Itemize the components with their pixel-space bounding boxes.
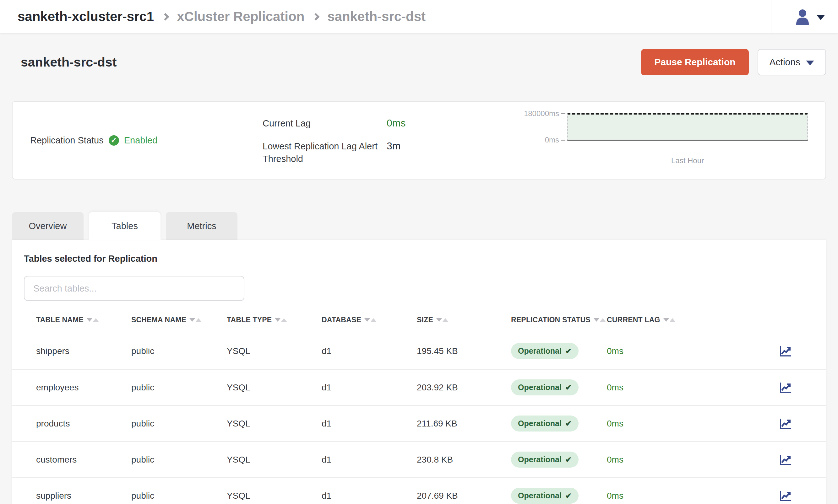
page-header: sanketh-src-dst Pause Replication Action… bbox=[12, 49, 826, 75]
replication-status: Replication Status Enabled bbox=[30, 135, 263, 146]
cell-table-type: YSQL bbox=[227, 455, 321, 465]
cell-size: 211.69 KB bbox=[417, 419, 511, 429]
sort-icon bbox=[436, 318, 448, 322]
lag-chart-plot-area bbox=[567, 113, 808, 141]
lag-graph-icon[interactable] bbox=[780, 454, 792, 465]
table-row[interactable]: products public YSQL d1 211.69 KB Operat… bbox=[12, 405, 826, 441]
cell-size: 203.92 KB bbox=[417, 382, 511, 393]
lag-chart-x-label: Last Hour bbox=[517, 156, 808, 165]
replication-status-label: Replication Status bbox=[30, 135, 104, 146]
column-label: REPLICATION STATUS bbox=[511, 316, 591, 324]
cell-table-type: YSQL bbox=[227, 382, 321, 393]
lag-graph-icon[interactable] bbox=[780, 345, 792, 357]
replication-status-value: Enabled bbox=[124, 135, 157, 146]
tab-tables[interactable]: Tables bbox=[89, 212, 160, 240]
lag-graph-icon[interactable] bbox=[780, 418, 792, 429]
cell-database: d1 bbox=[321, 491, 417, 501]
lag-threshold-value: 3m bbox=[387, 140, 517, 152]
cell-schema-name: public bbox=[131, 382, 227, 393]
column-header-size[interactable]: SIZE bbox=[417, 316, 511, 324]
lag-chart: 180000ms 0ms Last Hour bbox=[517, 113, 808, 165]
column-label: SCHEMA NAME bbox=[131, 316, 186, 324]
cell-current-lag: 0ms bbox=[607, 419, 711, 429]
tables-panel: Tables selected for Replication TABLE NA… bbox=[12, 240, 826, 504]
lag-graph-icon[interactable] bbox=[780, 382, 792, 393]
chevron-right-icon bbox=[162, 13, 169, 20]
cell-current-lag: 0ms bbox=[607, 491, 711, 501]
column-label: TABLE TYPE bbox=[227, 316, 272, 324]
cell-database: d1 bbox=[321, 419, 417, 429]
table-row[interactable]: customers public YSQL d1 230.8 KB Operat… bbox=[12, 441, 826, 477]
column-header-replication-status[interactable]: REPLICATION STATUS bbox=[511, 316, 607, 324]
cell-current-lag: 0ms bbox=[607, 455, 711, 465]
status-badge: Operational bbox=[511, 343, 579, 359]
cell-table-name: customers bbox=[36, 455, 131, 465]
column-header-table-type[interactable]: TABLE TYPE bbox=[227, 316, 321, 324]
lag-threshold-label: Lowest Replication Lag Alert Threshold bbox=[263, 140, 379, 165]
current-lag-label: Current Lag bbox=[263, 118, 387, 130]
tab-overview[interactable]: Overview bbox=[12, 212, 84, 240]
cell-table-type: YSQL bbox=[227, 346, 321, 356]
search-tables-input[interactable] bbox=[24, 276, 244, 301]
column-label: SIZE bbox=[417, 316, 433, 324]
user-menu[interactable] bbox=[771, 0, 825, 33]
status-badge: Operational bbox=[511, 415, 579, 432]
cell-table-type: YSQL bbox=[227, 419, 321, 429]
lag-graph-icon[interactable] bbox=[780, 490, 792, 502]
current-lag-value: 0ms bbox=[387, 118, 517, 129]
sort-icon bbox=[87, 318, 99, 322]
sort-icon bbox=[594, 318, 606, 322]
breadcrumb: sanketh-xcluster-src1 xCluster Replicati… bbox=[18, 9, 425, 24]
table-row[interactable]: suppliers public YSQL d1 207.69 KB Opera… bbox=[12, 477, 826, 504]
cell-schema-name: public bbox=[131, 346, 227, 356]
column-header-table-name[interactable]: TABLE NAME bbox=[36, 316, 131, 324]
column-label: TABLE NAME bbox=[36, 316, 84, 324]
breadcrumb-xcluster[interactable]: xCluster Replication bbox=[177, 9, 304, 24]
cell-current-lag: 0ms bbox=[607, 346, 711, 356]
status-badge: Operational bbox=[511, 379, 579, 395]
y-axis-min-label: 0ms bbox=[545, 136, 565, 144]
sort-icon bbox=[189, 318, 201, 322]
chevron-down-icon bbox=[817, 15, 825, 20]
cell-table-name: shippers bbox=[36, 346, 131, 356]
breadcrumb-replication: sanketh-src-dst bbox=[327, 9, 425, 24]
cell-size: 207.69 KB bbox=[417, 491, 511, 501]
cell-size: 230.8 KB bbox=[417, 455, 511, 465]
actions-button[interactable]: Actions bbox=[757, 49, 826, 75]
column-label: DATABASE bbox=[321, 316, 361, 324]
top-navbar: sanketh-xcluster-src1 xCluster Replicati… bbox=[0, 0, 838, 33]
table-row[interactable]: employees public YSQL d1 203.92 KB Opera… bbox=[12, 369, 826, 405]
pause-replication-button[interactable]: Pause Replication bbox=[641, 49, 749, 75]
page-body: sanketh-src-dst Pause Replication Action… bbox=[0, 49, 838, 504]
cell-schema-name: public bbox=[131, 491, 227, 501]
actions-button-label: Actions bbox=[770, 57, 800, 68]
y-axis-max-label: 180000ms bbox=[524, 109, 565, 118]
replication-status-card: Replication Status Enabled Current Lag 0… bbox=[12, 101, 826, 180]
sort-icon bbox=[364, 318, 376, 322]
cell-database: d1 bbox=[321, 455, 417, 465]
lag-chart-y-axis: 180000ms 0ms bbox=[517, 109, 567, 144]
table-header-row: TABLE NAME SCHEMA NAME TABLE TYPE DATABA… bbox=[12, 307, 826, 333]
page-title: sanketh-src-dst bbox=[21, 55, 117, 70]
sort-icon bbox=[275, 318, 287, 322]
chevron-right-icon bbox=[312, 13, 320, 20]
column-label: CURRENT LAG bbox=[607, 316, 660, 324]
breadcrumb-universe[interactable]: sanketh-xcluster-src1 bbox=[18, 9, 154, 24]
cell-database: d1 bbox=[321, 346, 417, 356]
column-header-current-lag[interactable]: CURRENT LAG bbox=[607, 316, 711, 324]
chevron-down-icon bbox=[806, 60, 814, 65]
cell-size: 195.45 KB bbox=[417, 346, 511, 356]
tables-panel-heading: Tables selected for Replication bbox=[12, 240, 826, 264]
tab-bar: Overview Tables Metrics bbox=[12, 212, 826, 240]
cell-table-type: YSQL bbox=[227, 491, 321, 501]
lag-info: Current Lag 0ms Lowest Replication Lag A… bbox=[263, 118, 517, 165]
check-circle-icon bbox=[109, 135, 119, 146]
column-header-schema-name[interactable]: SCHEMA NAME bbox=[131, 316, 227, 324]
user-icon bbox=[794, 8, 811, 25]
table-row[interactable]: shippers public YSQL d1 195.45 KB Operat… bbox=[12, 333, 826, 369]
status-badge: Operational bbox=[511, 488, 579, 504]
tab-metrics[interactable]: Metrics bbox=[166, 212, 238, 240]
cell-table-name: employees bbox=[36, 382, 131, 393]
cell-table-name: products bbox=[36, 419, 131, 429]
column-header-database[interactable]: DATABASE bbox=[321, 316, 417, 324]
